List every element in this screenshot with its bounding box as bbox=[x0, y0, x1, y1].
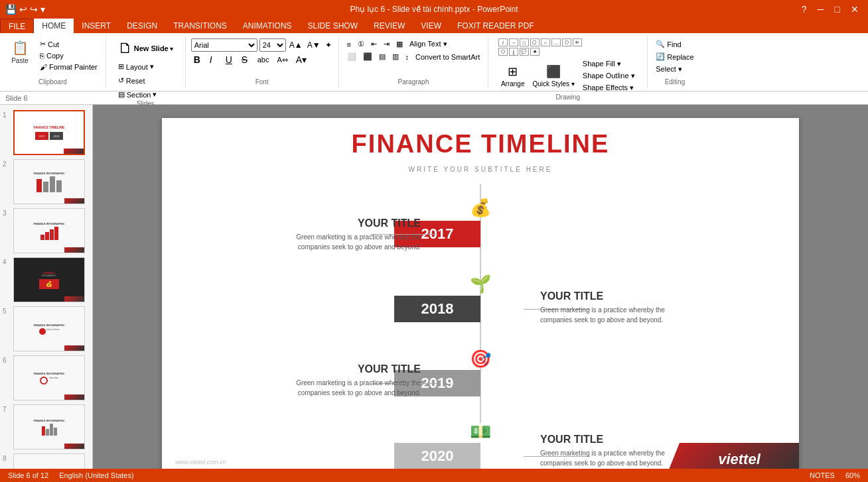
redo-icon[interactable]: ↪ bbox=[30, 4, 38, 15]
quick-styles-button[interactable]: ⬛ Quick Styles ▾ bbox=[530, 63, 577, 89]
undo-icon[interactable]: ↩ bbox=[19, 4, 27, 15]
slide-thumb-4[interactable]: 4 FINANCE INFOGRAPHIC 💰 bbox=[3, 257, 90, 302]
slide-thumb-7[interactable]: 7 FINANCE INFOGRAPHIC bbox=[3, 404, 90, 450]
italic-button[interactable]: I bbox=[207, 53, 220, 66]
section-button[interactable]: ▤ Section ▾ bbox=[115, 89, 160, 100]
increase-indent-button[interactable]: ⇥ bbox=[381, 38, 392, 50]
font-color-button[interactable]: A▾ bbox=[293, 53, 309, 66]
tab-review[interactable]: REVIEW bbox=[366, 19, 413, 33]
shape-effects-button[interactable]: Shape Effects ▾ bbox=[580, 82, 638, 93]
tab-animations[interactable]: ANIMATIONS bbox=[235, 19, 300, 33]
window-controls[interactable]: ? ─ □ ✕ bbox=[798, 0, 863, 19]
decrease-font-button[interactable]: A▼ bbox=[306, 39, 322, 51]
slide-thumb-6[interactable]: 6 FINANCE INFOGRAPHIC chart data bbox=[3, 355, 90, 400]
tab-transitions[interactable]: TRANSITIONS bbox=[165, 19, 235, 33]
increase-font-button[interactable]: A▲ bbox=[288, 39, 304, 51]
columns-button[interactable]: ▦ bbox=[394, 38, 405, 50]
format-painter-button[interactable]: 🖌 Format Painter bbox=[37, 62, 100, 72]
close-icon[interactable]: ✕ bbox=[847, 4, 863, 15]
slide-thumb-3[interactable]: 3 FINANCE INFOGRAPHIC bbox=[3, 208, 90, 253]
paste-button[interactable]: 📋 Paste bbox=[5, 38, 35, 66]
shape-cube[interactable]: ⬡ bbox=[498, 48, 508, 56]
convert-smartart-button[interactable]: Convert to SmartArt bbox=[413, 52, 482, 62]
shape-more[interactable]: … bbox=[551, 38, 561, 46]
copy-button[interactable]: ⎘ Copy bbox=[37, 50, 100, 61]
slide-img-3[interactable]: FINANCE INFOGRAPHIC bbox=[13, 208, 85, 253]
shape-star[interactable]: ★ bbox=[530, 48, 540, 56]
font-size-select[interactable]: 24 bbox=[259, 38, 286, 52]
tab-view[interactable]: VIEW bbox=[413, 19, 449, 33]
new-slide-button[interactable]: 🗋 New Slide ▾ bbox=[115, 38, 176, 58]
slide-img-4[interactable]: FINANCE INFOGRAPHIC 💰 bbox=[13, 257, 85, 302]
layout-arrow: ▾ bbox=[150, 62, 154, 71]
align-right-button[interactable]: ▤ bbox=[376, 51, 388, 62]
slide-img-6[interactable]: FINANCE INFOGRAPHIC chart data bbox=[13, 355, 85, 400]
slide-canvas[interactable]: FINANCE TIMELINE WRITE YOUR SUBTITLE HER… bbox=[162, 118, 799, 476]
line-spacing-button[interactable]: ↕ bbox=[403, 52, 412, 62]
customize-icon[interactable]: ▾ bbox=[40, 4, 45, 15]
slide-img-5[interactable]: FINANCE INFOGRAPHIC some text here bbox=[13, 306, 85, 351]
decrease-indent-button[interactable]: ⇤ bbox=[368, 38, 380, 50]
arrange-button[interactable]: ⊞ Arrange bbox=[498, 63, 528, 89]
title-2020: YOUR TITLE bbox=[540, 434, 673, 446]
minimize-icon[interactable]: ─ bbox=[814, 4, 828, 15]
bullets-button[interactable]: ≡ bbox=[344, 39, 354, 50]
paste-label: Paste bbox=[11, 57, 29, 64]
shape-callout[interactable]: 💬 bbox=[520, 48, 529, 56]
find-button[interactable]: 🔍 Find bbox=[653, 38, 684, 50]
icon-2017: 💰 bbox=[464, 191, 497, 224]
font-name-select[interactable]: Arial bbox=[191, 38, 257, 52]
tab-file[interactable]: FILE bbox=[0, 19, 34, 33]
arrange-label: Arrange bbox=[501, 80, 525, 88]
new-slide-label: New Slide bbox=[134, 44, 169, 52]
clear-format-button[interactable]: ✦ bbox=[324, 39, 333, 51]
shape-chevron[interactable]: ⊳ bbox=[573, 38, 582, 46]
slide-img-7[interactable]: FINANCE INFOGRAPHIC bbox=[13, 404, 85, 450]
paragraph-label: Paragraph bbox=[398, 78, 429, 87]
text-space-button[interactable]: A⇔ bbox=[275, 54, 291, 66]
tab-home[interactable]: HOME bbox=[34, 19, 74, 33]
slide-main-title: FINANCE TIMELINE bbox=[162, 130, 799, 158]
maximize-icon[interactable]: □ bbox=[831, 4, 844, 15]
shape-line[interactable]: / bbox=[498, 38, 508, 46]
tab-foxit[interactable]: FOXIT READER PDF bbox=[449, 19, 542, 33]
tab-slideshow[interactable]: SLIDE SHOW bbox=[300, 19, 366, 33]
slide-img-2[interactable]: FINANCE INFOGRAPHIC bbox=[13, 159, 85, 204]
cut-button[interactable]: ✂ Cut bbox=[37, 38, 100, 50]
numbering-button[interactable]: ① bbox=[355, 38, 367, 50]
slide-thumb-2[interactable]: 2 FINANCE INFOGRAPHIC bbox=[3, 159, 90, 204]
reset-button[interactable]: ↺ Reset bbox=[115, 75, 148, 86]
notes-button[interactable]: NOTES bbox=[810, 471, 835, 479]
shape-rect[interactable]: □ bbox=[520, 38, 529, 46]
shape-pentagon[interactable]: ⬠ bbox=[562, 38, 571, 46]
shape-fill-button[interactable]: Shape Fill ▾ bbox=[580, 58, 638, 70]
slide-img-1[interactable]: FINANCE TIMELINE 2017 2018 bbox=[13, 110, 85, 155]
bold-button[interactable]: B bbox=[191, 53, 204, 66]
strikethrough-button[interactable]: S bbox=[239, 53, 252, 66]
shape-oval[interactable]: ○ bbox=[541, 38, 550, 46]
shape-options-col: Shape Fill ▾ Shape Outline ▾ Shape Effec… bbox=[580, 58, 638, 93]
save-icon[interactable]: 💾 bbox=[5, 4, 17, 15]
tab-design[interactable]: DESIGN bbox=[119, 19, 165, 33]
quick-access-toolbar[interactable]: 💾 ↩ ↪ ▾ bbox=[0, 0, 50, 19]
language-indicator: English (United States) bbox=[59, 471, 134, 479]
shape-arrow[interactable]: → bbox=[509, 38, 518, 46]
canvas-area: FINANCE TIMELINE WRITE YOUR SUBTITLE HER… bbox=[93, 105, 868, 482]
shape-brace[interactable]: { bbox=[509, 48, 518, 56]
shape-rounded[interactable]: ▢ bbox=[530, 38, 540, 46]
select-button[interactable]: Select ▾ bbox=[653, 64, 685, 75]
layout-label: Layout bbox=[126, 63, 148, 71]
slide-thumb-1[interactable]: 1 FINANCE TIMELINE 2017 2018 bbox=[3, 110, 90, 155]
replace-button[interactable]: 🔄 Replace bbox=[653, 51, 696, 62]
justify-button[interactable]: ▥ bbox=[390, 51, 401, 62]
layout-button[interactable]: ⊞ Layout ▾ bbox=[115, 61, 157, 72]
shadow-button[interactable]: abc bbox=[255, 54, 272, 65]
underline-button[interactable]: U bbox=[223, 53, 236, 66]
help-icon[interactable]: ? bbox=[798, 4, 811, 15]
align-center-button[interactable]: ⬛ bbox=[360, 51, 375, 62]
slide-thumb-5[interactable]: 5 FINANCE INFOGRAPHIC some text here bbox=[3, 306, 90, 351]
tab-insert[interactable]: INSERT bbox=[74, 19, 119, 33]
text-direction-button[interactable]: Align Text ▾ bbox=[407, 38, 450, 50]
align-left-button[interactable]: ⬜ bbox=[344, 51, 359, 62]
shape-outline-button[interactable]: Shape Outline ▾ bbox=[580, 70, 638, 82]
